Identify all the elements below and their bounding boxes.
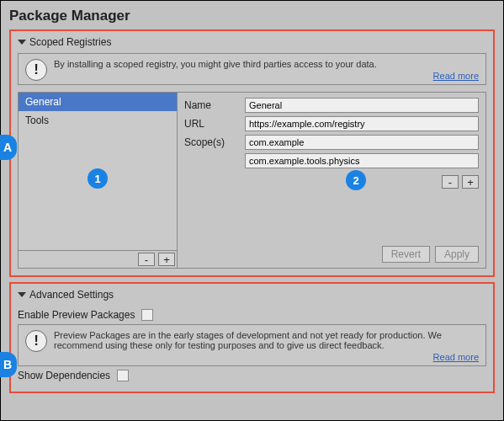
url-label: URL <box>184 118 238 130</box>
info-banner: ! By installing a scoped registry, you m… <box>18 53 486 85</box>
scoped-registries-header[interactable]: Scoped Registries <box>18 35 486 53</box>
url-input[interactable] <box>245 116 479 131</box>
callout-1: 1 <box>88 168 108 189</box>
warning-icon: ! <box>25 330 47 352</box>
section-title: Advanced Settings <box>29 289 114 301</box>
chevron-down-icon <box>18 292 26 297</box>
registry-list: 1 General Tools - + <box>18 92 178 269</box>
show-deps-label: Show Dependencies <box>18 370 110 381</box>
chevron-down-icon <box>18 40 26 45</box>
page-title: Package Manager <box>9 6 495 29</box>
remove-registry-button[interactable]: - <box>138 253 155 266</box>
enable-preview-checkbox[interactable] <box>141 309 153 321</box>
package-manager-panel: Package Manager A B Scoped Registries ! … <box>0 0 504 421</box>
read-more-link[interactable]: Read more <box>54 71 479 81</box>
preview-info-banner: ! Preview Packages are in the early stag… <box>18 324 486 366</box>
name-input[interactable] <box>245 98 479 113</box>
callout-a: A <box>0 135 17 160</box>
revert-button[interactable]: Revert <box>382 246 430 263</box>
section-title: Scoped Registries <box>29 36 111 48</box>
preview-info-text: Preview Packages are in the early stages… <box>54 330 442 350</box>
add-registry-button[interactable]: + <box>158 253 175 266</box>
remove-scope-button[interactable]: - <box>442 175 459 189</box>
warning-icon: ! <box>25 59 47 81</box>
advanced-settings-section: Advanced Settings Enable Preview Package… <box>9 282 495 393</box>
registry-item-tools[interactable]: Tools <box>19 111 177 130</box>
registry-item-general[interactable]: General <box>19 93 177 111</box>
show-deps-checkbox[interactable] <box>117 370 129 381</box>
scope-input-1[interactable] <box>245 153 479 168</box>
callout-2: 2 <box>346 170 366 190</box>
registry-form: 2 Name URL Scope(s) - + <box>178 92 486 269</box>
scoped-registries-section: Scoped Registries ! By installing a scop… <box>9 29 495 277</box>
preview-read-more-link[interactable]: Read more <box>54 352 479 362</box>
scopes-label: Scope(s) <box>184 136 238 148</box>
advanced-settings-header[interactable]: Advanced Settings <box>18 287 486 306</box>
add-scope-button[interactable]: + <box>462 175 479 189</box>
callout-b: B <box>0 352 17 377</box>
name-label: Name <box>184 99 238 111</box>
enable-preview-label: Enable Preview Packages <box>18 309 135 321</box>
scope-input-0[interactable] <box>245 135 479 150</box>
apply-button[interactable]: Apply <box>435 246 479 263</box>
info-text: By installing a scoped registry, you mig… <box>54 59 377 69</box>
